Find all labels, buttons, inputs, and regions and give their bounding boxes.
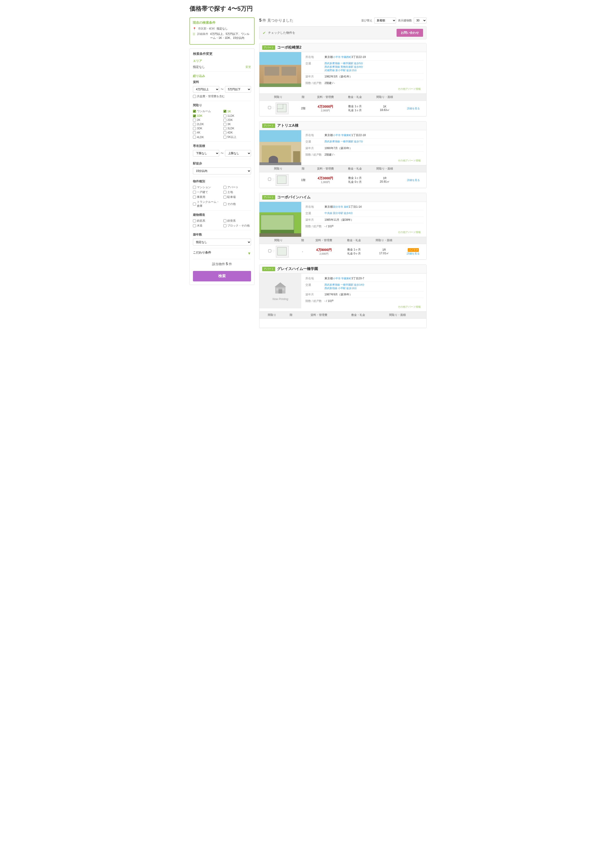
area-value: 指定なし bbox=[217, 27, 228, 31]
sort-select[interactable]: 新着順 賃料安い順 賃料高い順 bbox=[374, 17, 396, 24]
build-year-select[interactable]: 指定なし 新築 3年以内 5年以内 10年以内 20年以内 bbox=[193, 239, 251, 246]
detail-row-address-1: 所在地 東京都小平市 学園西町3丁目22-19 bbox=[304, 54, 424, 60]
madori-3ldk-label: 3LDK bbox=[227, 127, 234, 130]
traffic-link-2a[interactable]: 西武多摩湖線 一橋学園駅 徒歩7分 bbox=[325, 140, 422, 143]
madori-2ldk-checkbox[interactable] bbox=[193, 123, 196, 126]
walk-select[interactable]: 15分以内 5分以内 10分以内 20分以内 bbox=[193, 167, 251, 175]
type-business-checkbox[interactable] bbox=[193, 195, 196, 198]
more-link-1[interactable]: その他アパート情報 bbox=[304, 86, 424, 91]
property-card-3: アパート コーポパインハイム bbox=[259, 193, 427, 260]
type-other-label: その他 bbox=[227, 202, 236, 206]
struct-block-checkbox[interactable] bbox=[223, 224, 226, 227]
heart-icon-3[interactable]: ♡ bbox=[272, 249, 275, 253]
floors-value-1: 2階建 / - bbox=[323, 80, 424, 87]
unit-checkbox-3[interactable] bbox=[268, 249, 271, 252]
unit-detail-link-1[interactable]: 詳細を見る bbox=[402, 107, 424, 110]
type-apartment-checkbox[interactable] bbox=[223, 186, 226, 189]
madori-5k-checkbox[interactable] bbox=[223, 135, 226, 139]
madori-4ldk-checkbox[interactable] bbox=[193, 135, 196, 139]
area-section-title: エリア bbox=[193, 59, 251, 63]
more-link-4[interactable]: その他アパート情報 bbox=[304, 304, 424, 310]
count-unit: 件 bbox=[229, 262, 232, 266]
inquiry-text: チェックした物件を bbox=[268, 31, 394, 35]
madori-4k-checkbox[interactable] bbox=[193, 131, 196, 134]
unit-detail-link-2[interactable]: 詳細を見る bbox=[402, 178, 424, 182]
address-link-3[interactable]: 国分寺市 泉町 bbox=[333, 205, 349, 208]
heart-icon-1[interactable]: ♡ bbox=[272, 106, 275, 110]
area-size-range-row: 下限なし 〜 上限なし bbox=[193, 150, 251, 156]
madori-4dk-checkbox[interactable] bbox=[223, 131, 226, 134]
traffic-link-1c[interactable]: 武蔵野線 新小平駅 徒歩15分 bbox=[325, 69, 422, 72]
traffic-link-1b[interactable]: 西武多摩湖線 青梅街道駅 徒歩8分 bbox=[325, 65, 422, 69]
address-label-4: 所在地 bbox=[304, 275, 323, 282]
madori-1ldk-checkbox[interactable] bbox=[223, 115, 226, 118]
madori-3ldk-checkbox[interactable] bbox=[223, 127, 226, 130]
property-name-4: グレイスハイム一橋学園 bbox=[277, 266, 318, 271]
rent-max-select[interactable]: 5万円以下 4万円以下 4.5万円以下 5.5万円以下 bbox=[225, 86, 251, 93]
unit-rent-2: 4万3000円 1,000円 bbox=[310, 172, 341, 188]
kodawari-arrow-icon[interactable]: ▼ bbox=[247, 252, 251, 256]
property-header-2: アパート アトリエA棟 bbox=[259, 121, 426, 130]
struct-rc-checkbox[interactable] bbox=[193, 219, 196, 222]
detail-row-built-1: 築年月 1982年3月（築41年） bbox=[304, 74, 424, 80]
madori-1dk-checkbox[interactable] bbox=[193, 115, 196, 118]
struct-steel-checkbox[interactable] bbox=[223, 219, 226, 222]
type-trunk-checkbox[interactable] bbox=[193, 203, 196, 206]
unit-detail-link-3[interactable]: 詳細を見る bbox=[402, 252, 424, 255]
type-mansion-checkbox[interactable] bbox=[193, 186, 196, 189]
heart-icon-2[interactable]: ♡ bbox=[272, 178, 275, 181]
floors-label-2: 階数 / 総戸数 bbox=[304, 152, 323, 158]
traffic-link-3a[interactable]: 中央線 国分寺駅 徒歩6分 bbox=[325, 211, 422, 215]
unit-th-deposit-4: 敷金・礼金 bbox=[340, 312, 377, 319]
address-link-4[interactable]: 小平市 学園東町 bbox=[333, 277, 352, 280]
property-name-2: アトリエA棟 bbox=[277, 123, 299, 128]
unit-plan-img-1 bbox=[276, 102, 289, 114]
type-house-checkbox[interactable] bbox=[193, 191, 196, 194]
struct-wood-checkbox[interactable] bbox=[193, 224, 196, 227]
search-button[interactable]: 検索 bbox=[193, 271, 251, 282]
more-link-2[interactable]: その他アパート情報 bbox=[304, 158, 424, 163]
filter-title: 検索条件変更 bbox=[193, 52, 251, 56]
include-fees-checkbox[interactable] bbox=[193, 95, 196, 98]
more-link-3[interactable]: その他アパート情報 bbox=[304, 230, 424, 235]
detail-row-built-2: 築年月 1990年7月（築33年） bbox=[304, 145, 424, 152]
type-land-checkbox[interactable] bbox=[223, 191, 226, 194]
type-business-label: 事業用 bbox=[197, 195, 205, 199]
type-parking-label: 駐車場 bbox=[227, 195, 236, 199]
type-land-label: 土地 bbox=[227, 190, 233, 194]
madori-2dk-checkbox[interactable] bbox=[223, 119, 226, 122]
area-size-min-select[interactable]: 下限なし bbox=[193, 150, 219, 156]
address-link-2[interactable]: 小平市 学園東町 bbox=[333, 134, 352, 137]
area-size-max-select[interactable]: 上限なし bbox=[225, 150, 251, 156]
unit-th-floorplan-2: 間取り bbox=[259, 165, 297, 172]
traffic-link-1a[interactable]: 西武多摩湖線 一橋学園駅 徒歩5分 bbox=[325, 61, 422, 65]
traffic-value-2: 西武多摩湖線 一橋学園駅 徒歩7分 bbox=[323, 139, 424, 145]
unit-checkbox-2[interactable] bbox=[268, 178, 271, 181]
built-label-4: 築年月 bbox=[304, 291, 323, 298]
type-parking-checkbox[interactable] bbox=[223, 195, 226, 198]
display-count-select[interactable]: 30 50 100 bbox=[414, 17, 427, 24]
madori-3k-checkbox[interactable] bbox=[223, 123, 226, 126]
rent-min-select[interactable]: 4万円以上 3万円以上 3.5万円以上 4.5万円以上 bbox=[193, 86, 219, 93]
unit-area-3: 1R 17.01㎡ bbox=[368, 244, 400, 260]
madori-section-title: 間取り bbox=[193, 103, 251, 107]
traffic-link-4b[interactable]: 西武新宿線 小平駅 徒歩16分 bbox=[325, 286, 422, 290]
area-label: 市区郡・町村 bbox=[198, 27, 215, 31]
madori-5k-label: 5K以上 bbox=[227, 135, 236, 139]
property-image-3 bbox=[259, 202, 301, 237]
madori-3dk-checkbox[interactable] bbox=[193, 127, 196, 130]
unit-section-1: 間取り 階 賃料・管理費 敷金・礼金 間取り・面積 bbox=[259, 93, 426, 116]
madori-1k-checkbox[interactable] bbox=[223, 110, 226, 113]
unit-checkbox-1[interactable] bbox=[268, 106, 271, 109]
madori-1room-checkbox[interactable] bbox=[193, 110, 196, 113]
type-other-checkbox[interactable] bbox=[223, 203, 226, 206]
detail-value: 4万円以上、5万円以下、ワンルーム・1K・1DK、15分以内 bbox=[210, 32, 251, 40]
struct-block-label: ブロック・その他 bbox=[227, 224, 250, 228]
area-change-link[interactable]: 変更 bbox=[245, 65, 251, 69]
floors-label-1: 階数 / 総戸数 bbox=[304, 80, 323, 87]
address-value-1: 東京都小平市 学園西町3丁目22-19 bbox=[323, 54, 424, 60]
traffic-link-4a[interactable]: 西武多摩湖線 一橋学園駅 徒歩14分 bbox=[325, 283, 422, 286]
inquiry-button[interactable]: お問い合わせ bbox=[396, 29, 423, 37]
madori-2k-checkbox[interactable] bbox=[193, 119, 196, 122]
address-link-1[interactable]: 小平市 学園西町 bbox=[333, 55, 352, 58]
